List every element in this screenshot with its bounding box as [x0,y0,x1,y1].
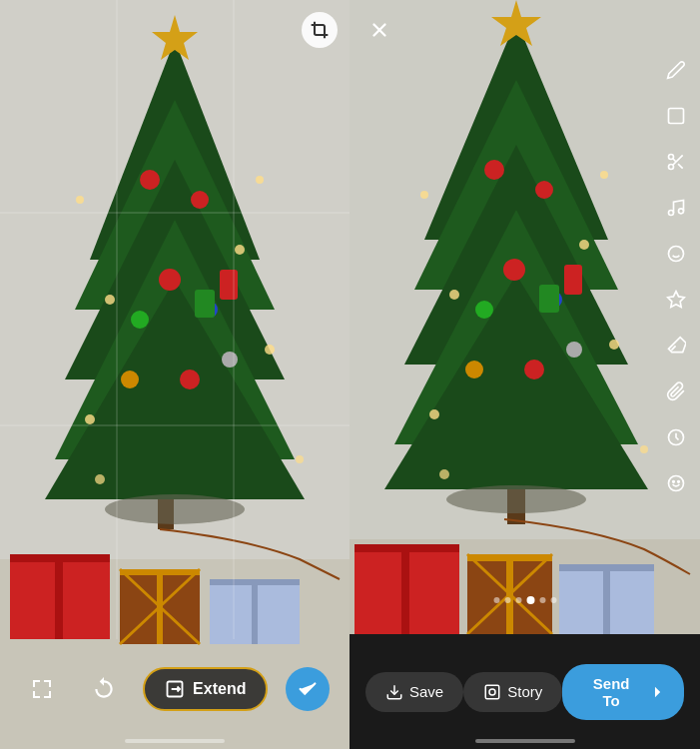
svg-line-90 [673,159,676,162]
svg-point-71 [446,485,586,513]
dot-3 [515,597,521,603]
svg-point-61 [449,290,459,300]
svg-point-91 [669,211,674,216]
svg-point-62 [579,240,589,250]
timer-tool-icon[interactable] [662,423,690,451]
effects-tool-icon[interactable] [662,286,690,314]
confirm-button[interactable] [286,667,330,711]
link-tool-icon[interactable] [662,377,690,405]
send-to-button[interactable]: Send To [562,664,684,720]
scissors-tool-icon[interactable] [662,148,690,176]
home-indicator-left [125,739,225,743]
rotate-button[interactable] [82,667,126,711]
svg-point-24 [296,455,304,463]
dot-1 [493,597,499,603]
svg-point-59 [566,342,582,358]
svg-point-55 [503,259,525,281]
svg-point-20 [265,345,275,355]
svg-point-60 [465,361,483,378]
svg-rect-74 [401,544,409,634]
extend-label: Extend [193,680,246,698]
svg-rect-70 [564,265,582,295]
svg-rect-25 [195,290,215,318]
right-panel: Save Story Send To [350,0,700,749]
svg-point-17 [105,295,115,305]
right-bottom-bar: Save Story Send To [350,634,700,749]
text-tool-icon[interactable] [662,10,690,38]
story-label: Story [507,683,542,700]
svg-point-99 [673,481,675,483]
svg-point-64 [609,340,619,350]
svg-point-13 [131,311,149,329]
svg-point-15 [222,352,238,368]
svg-rect-79 [506,554,513,634]
svg-point-87 [669,165,674,170]
svg-point-100 [678,481,680,483]
svg-point-53 [484,160,504,180]
svg-point-19 [85,414,95,424]
svg-marker-96 [668,292,685,308]
svg-point-68 [640,445,648,453]
svg-point-27 [105,494,245,524]
svg-point-9 [140,170,160,190]
svg-point-11 [159,269,181,291]
svg-point-21 [76,196,84,204]
svg-point-86 [669,155,674,160]
progress-dots [493,596,556,604]
svg-point-63 [429,409,439,419]
left-panel: Extend [0,0,350,749]
svg-point-57 [475,301,493,319]
svg-line-89 [678,164,683,169]
story-button[interactable]: Story [463,672,562,712]
svg-point-14 [180,370,200,389]
svg-rect-102 [485,685,499,699]
save-label: Save [409,683,443,700]
svg-rect-69 [539,285,559,313]
svg-point-10 [191,191,209,209]
dot-6 [550,597,556,603]
dot-2 [504,597,510,603]
right-toolbar [662,10,690,497]
dot-5 [539,597,545,603]
draw-tool-icon[interactable] [662,56,690,84]
emoji-tool-icon[interactable] [662,240,690,268]
svg-point-66 [600,171,608,179]
svg-point-65 [420,191,428,199]
save-button[interactable]: Save [365,672,463,712]
svg-point-67 [439,469,449,479]
svg-rect-30 [55,554,63,639]
sticker-tool-icon[interactable] [662,102,690,130]
expand-button[interactable] [20,667,64,711]
extend-button[interactable]: Extend [143,667,268,711]
eraser-tool-icon[interactable] [662,332,690,360]
close-button[interactable] [363,14,395,46]
svg-point-98 [669,476,684,491]
svg-rect-85 [669,109,684,124]
home-indicator-right [475,739,575,743]
dot-4-active [526,596,534,604]
svg-point-58 [524,360,544,379]
svg-rect-82 [603,564,610,634]
crop-button[interactable] [302,12,338,48]
svg-point-16 [121,371,139,388]
svg-point-92 [679,209,684,214]
left-bottom-controls: Extend [0,629,350,749]
svg-point-54 [535,181,553,199]
svg-point-23 [95,474,105,484]
send-to-label: Send To [582,675,640,709]
svg-point-18 [235,245,245,255]
svg-point-93 [669,247,684,262]
svg-point-103 [489,689,495,695]
svg-point-22 [256,176,264,184]
left-image: Extend [0,0,350,749]
music-tool-icon[interactable] [662,194,690,222]
bitmoji-tool-icon[interactable] [662,469,690,497]
svg-rect-26 [220,270,238,300]
